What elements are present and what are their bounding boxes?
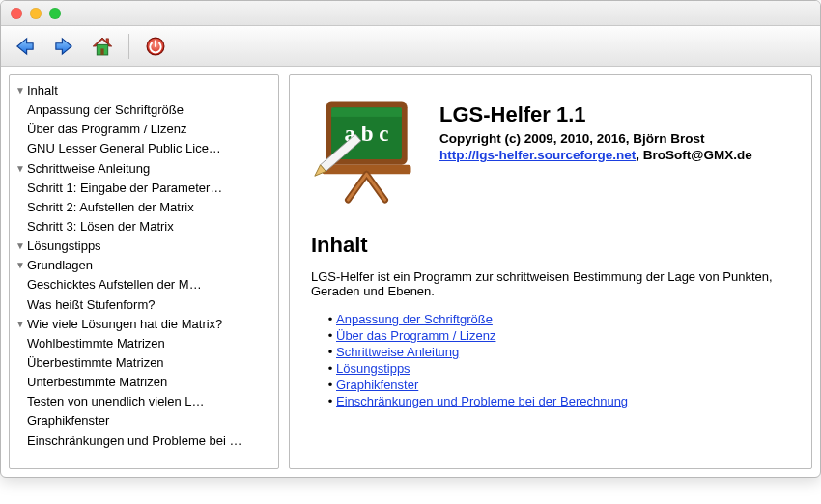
back-button[interactable] (9, 32, 42, 61)
home-button[interactable] (86, 32, 119, 61)
tree-item-label: Schritt 2: Aufstellen der Matrix (27, 200, 194, 214)
tree-item-label: Schritt 1: Eingabe der Parameter… (27, 181, 222, 195)
toolbar (1, 26, 820, 67)
toc-link[interactable]: Schrittweise Anleitung (336, 345, 459, 359)
tree-item[interactable]: Wohlbestimmte Matrizen (14, 334, 274, 353)
tree-item-label: GNU Lesser General Public Lice… (27, 141, 221, 155)
tree-item[interactable]: ▼Wie viele Lösungen hat die Matrix? (14, 315, 274, 334)
help-window: ▼Inhalt Anpassung der Schriftgröße Über … (0, 0, 821, 478)
tree-item-label: Wohlbestimmte Matrizen (27, 336, 165, 350)
disclosure-icon[interactable]: ▼ (14, 161, 27, 177)
toc-link-item: Lösungstipps (336, 361, 790, 376)
app-title: LGS-Helfer 1.1 (439, 102, 752, 127)
toc-link-item: Graphikfenster (336, 378, 790, 392)
toc-link[interactable]: Über das Programm / Lizenz (336, 328, 495, 343)
main-panel: a b c LGS-Helfer 1.1 Copyright (c) 2009,… (289, 74, 812, 469)
back-icon (13, 34, 38, 59)
tree-item[interactable]: Schritt 2: Aufstellen der Matrix (14, 198, 274, 217)
toc-link[interactable]: Einschränkungen und Probleme bei der Ber… (336, 394, 628, 408)
toc-link-item: Über das Programm / Lizenz (336, 328, 790, 343)
tree-item[interactable]: ▼Grundlagen (14, 256, 274, 275)
tree-item[interactable]: Geschicktes Aufstellen der M… (14, 275, 274, 294)
close-icon[interactable] (11, 8, 22, 19)
tree-item[interactable]: Testen von unendlich vielen L… (14, 392, 274, 411)
disclosure-icon[interactable]: ▼ (14, 238, 27, 254)
tree-item-label: Inhalt (27, 83, 58, 98)
tree-item[interactable]: ▼Lösungstipps (14, 237, 274, 256)
power-button[interactable] (139, 32, 172, 61)
tree-item-label: Grundlagen (27, 258, 93, 272)
tree-item-label: Schritt 3: Lösen der Matrix (27, 219, 174, 234)
tree-item-label: Wie viele Lösungen hat die Matrix? (27, 317, 222, 331)
section-heading: Inhalt (311, 233, 790, 258)
tree-item-label: Über das Programm / Lizenz (27, 122, 186, 136)
tree-item-label: Was heißt Stufenform? (27, 297, 155, 312)
tree-item-label: Testen von unendlich vielen L… (27, 394, 205, 408)
tree-item-label: Anpassung der Schriftgröße (27, 102, 184, 117)
disclosure-icon[interactable]: ▼ (14, 83, 27, 98)
toc-links: Anpassung der SchriftgrößeÜber das Progr… (311, 312, 790, 408)
home-icon (90, 34, 115, 59)
link-line: http://lgs-helfer.sourceforge.net, BroSo… (439, 148, 752, 162)
toc-link-item: Anpassung der Schriftgröße (336, 312, 790, 326)
nav-tree: ▼Inhalt Anpassung der Schriftgröße Über … (9, 74, 279, 469)
tree-item-label: Geschicktes Aufstellen der M… (27, 277, 202, 292)
toc-link-item: Einschränkungen und Probleme bei der Ber… (336, 394, 790, 408)
tree-item[interactable]: GNU Lesser General Public Lice… (14, 139, 274, 158)
tree-item[interactable]: Schritt 3: Lösen der Matrix (14, 217, 274, 237)
toc-link[interactable]: Anpassung der Schriftgröße (336, 312, 493, 326)
toolbar-separator (128, 34, 129, 59)
zoom-icon[interactable] (49, 8, 61, 19)
power-icon (143, 34, 168, 59)
toc-link[interactable]: Lösungstipps (336, 361, 410, 376)
title-block: LGS-Helfer 1.1 Copyright (c) 2009, 2010,… (439, 93, 752, 162)
tree-item[interactable]: Über das Programm / Lizenz (14, 120, 274, 139)
forward-icon (51, 34, 76, 59)
tree-item[interactable]: ▼Schrittweise Anleitung (14, 159, 274, 179)
tree-item[interactable]: ▼Inhalt (14, 81, 274, 100)
description: LGS-Helfer ist ein Programm zur schrittw… (311, 269, 790, 298)
disclosure-icon[interactable]: ▼ (14, 258, 27, 273)
forward-button[interactable] (47, 32, 80, 61)
tree-item-label: Lösungstipps (27, 238, 101, 253)
tree-item[interactable]: Graphikfenster (14, 411, 274, 431)
minimize-icon[interactable] (30, 8, 42, 19)
project-url[interactable]: http://lgs-helfer.sourceforge.net (439, 148, 636, 162)
tree-item-label: Unterbestimmte Matrizen (27, 375, 167, 389)
tree-item[interactable]: Was heißt Stufenform? (14, 295, 274, 315)
copyright-line: Copyright (c) 2009, 2010, 2016, Björn Br… (439, 131, 752, 146)
tree-item[interactable]: Einschränkungen und Probleme bei … (14, 432, 274, 451)
tree-item[interactable]: Schritt 1: Eingabe der Parameter… (14, 179, 274, 198)
tree-item[interactable]: Unterbestimmte Matrizen (14, 373, 274, 392)
email-suffix: , BroSoft@GMX.de (636, 148, 751, 162)
svg-rect-2 (106, 38, 108, 42)
tree-item-label: Schrittweise Anleitung (27, 161, 150, 176)
chalkboard-icon: a b c (311, 93, 422, 204)
content-area: ▼Inhalt Anpassung der Schriftgröße Über … (1, 67, 820, 477)
tree-item-label: Überbestimmte Matrizen (27, 355, 164, 370)
tree-item-label: Einschränkungen und Probleme bei … (27, 434, 242, 448)
svg-rect-1 (100, 48, 103, 55)
tree-item[interactable]: Überbestimmte Matrizen (14, 353, 274, 373)
toc-link[interactable]: Graphikfenster (336, 378, 418, 392)
tree-item[interactable]: Anpassung der Schriftgröße (14, 100, 274, 120)
disclosure-icon[interactable]: ▼ (14, 317, 27, 332)
titlebar (1, 1, 820, 26)
window-controls (11, 8, 61, 19)
tree-item-label: Graphikfenster (27, 413, 109, 428)
svg-rect-6 (331, 107, 402, 117)
toc-link-item: Schrittweise Anleitung (336, 345, 790, 359)
